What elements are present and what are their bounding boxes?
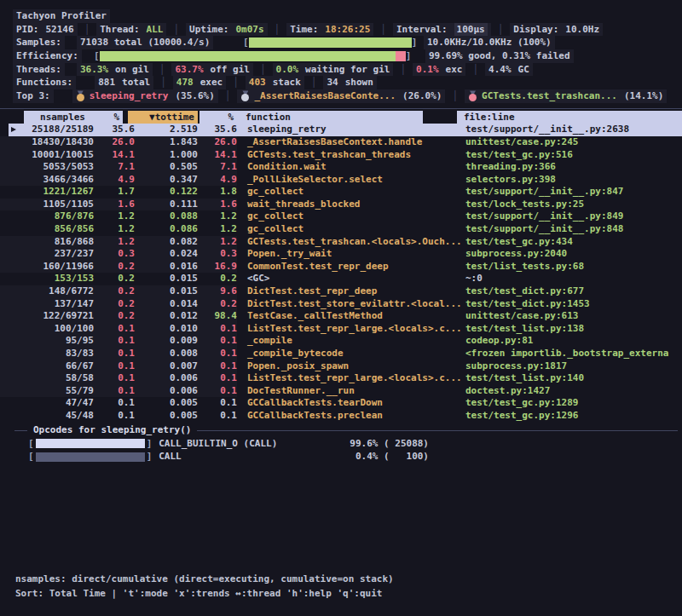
- cell-ns: 856/856: [0, 223, 94, 236]
- table-row[interactable]: 25188/2518935.62.51935.6sleeping_retryte…: [0, 124, 682, 136]
- nsamples-help-text: nsamples: direct/cumulative (direct=exec…: [15, 573, 394, 586]
- separator: │: [226, 76, 246, 89]
- cell-p1: 0.1: [94, 335, 135, 348]
- selected-row-arrow-icon: [11, 127, 16, 132]
- cell-ns: 100/100: [0, 323, 94, 336]
- cell-fn: _AssertRaisesBaseContext.handle: [237, 136, 465, 149]
- cell-tt: 0.006: [135, 385, 198, 398]
- cell-ns: 45/48: [0, 410, 94, 423]
- table-row[interactable]: 18430/1843026.01.84326.0_AssertRaisesBas…: [0, 136, 682, 149]
- table-row[interactable]: 148/67720.20.0159.6DictTest.test_repr_de…: [0, 285, 682, 298]
- efficiency-label: Efficiency:: [13, 49, 82, 63]
- cell-tt: 0.347: [135, 174, 198, 187]
- table-row[interactable]: 856/8561.20.0861.2gc_collecttest/support…: [0, 223, 682, 236]
- cell-p2: 0.1: [198, 323, 237, 336]
- divider-segment: [14, 430, 27, 431]
- column-header-file-line[interactable]: file:line: [457, 111, 682, 124]
- table-row[interactable]: 153/1530.20.0150.2<GC>~:0: [0, 273, 682, 285]
- top3-item-3[interactable]: GCTests.test_trashcan...(14.1%): [465, 89, 667, 103]
- cell-p2: 1.6: [198, 199, 237, 211]
- table-header-row: nsamples % ▼tottime % function file:line: [0, 111, 682, 124]
- cell-ns: 122/69721: [0, 310, 94, 323]
- table-row[interactable]: 55/790.10.0060.1DocTestRunner.__rundocte…: [0, 385, 682, 398]
- column-header-function[interactable]: function: [240, 111, 423, 124]
- bracket: ]: [147, 437, 153, 451]
- table-row[interactable]: 137/1470.20.0140.2DictTest.test_store_ev…: [0, 298, 682, 311]
- top3-item-2[interactable]: _AssertRaisesBaseConte...(26.0%): [237, 89, 445, 103]
- bracket: [: [28, 450, 34, 463]
- cell-p2: 0.1: [198, 397, 237, 410]
- cell-fn: gc_collect: [237, 186, 465, 199]
- table-row[interactable]: 47/470.10.0050.1GCCallbackTests.tearDown…: [0, 397, 682, 410]
- cell-p1: 0.2: [94, 310, 135, 323]
- cell-fl: test/support/__init__.py:848: [465, 223, 623, 236]
- cell-fl: test/test_list.py:140: [465, 372, 584, 385]
- cell-fl: subprocess.py:2040: [465, 248, 567, 261]
- cell-tt: 0.082: [135, 236, 198, 249]
- cell-p1: 0.2: [94, 273, 135, 285]
- cell-ns: 153/153: [0, 273, 94, 285]
- cell-tt: 0.009: [135, 335, 198, 348]
- table-row[interactable]: 66/670.10.0070.1Popen._posix_spawnsubpro…: [0, 360, 682, 373]
- cell-p2: 9.6: [198, 285, 237, 298]
- table-row[interactable]: 1221/12671.70.1221.8gc_collecttest/suppo…: [0, 186, 682, 199]
- functions-exec: 478exec: [173, 76, 226, 89]
- opcode-name: CALL_BUILTIN_O (CALL): [159, 437, 277, 451]
- cell-tt: 0.088: [135, 210, 198, 223]
- table-row[interactable]: 10001/1001514.11.00014.1GCTests.test_tra…: [0, 149, 682, 162]
- table-row[interactable]: 83/830.10.0080.1_compile_bytecode<frozen…: [0, 348, 682, 360]
- cell-tt: 0.015: [135, 273, 198, 285]
- functions-line: Functions: 881total │ 478exec │ 403stack…: [13, 76, 682, 89]
- efficiency-line: Efficiency: [ ] 99.69% good, 0.31% faile…: [13, 49, 682, 63]
- top3-item-1[interactable]: sleeping_retry(35.6%): [72, 89, 218, 103]
- cell-tt: 0.012: [135, 310, 198, 323]
- pid-chip: PID:52146: [13, 23, 78, 37]
- table-row[interactable]: 58/580.10.0060.1ListTest.test_repr_large…: [0, 372, 682, 385]
- top3-line: Top 3: sleeping_retry(35.6%) │ _AssertRa…: [13, 89, 682, 103]
- cell-fl: unittest/case.py:245: [465, 136, 578, 149]
- cell-p2: 26.0: [198, 136, 237, 149]
- table-row[interactable]: 1105/11051.60.1111.6wait_threads_blocked…: [0, 199, 682, 211]
- cell-fn: DictTest.test_repr_deep: [237, 285, 465, 298]
- cell-tt: 0.086: [135, 223, 198, 236]
- opcodes-section-title: Opcodes for sleeping_retry(): [27, 423, 197, 437]
- thread-chip[interactable]: Thread:ALL: [96, 23, 166, 37]
- bracket: ]: [147, 450, 153, 463]
- functions-shown: 34shown: [323, 76, 376, 89]
- column-header-tottime-sorted[interactable]: ▼tottime: [128, 111, 198, 124]
- table-row[interactable]: 237/2370.30.0240.3Popen._try_waitsubproc…: [0, 248, 682, 261]
- table-row[interactable]: 816/8681.20.0821.2GCTests.test_trashcan.…: [0, 236, 682, 249]
- separator: │: [166, 23, 186, 37]
- column-header-nsamples[interactable]: nsamples: [24, 111, 90, 124]
- threads-line: Threads: 36.3%on gil │ 63.7%off gil │ 0.…: [13, 63, 682, 77]
- cell-p1: 0.2: [94, 261, 135, 273]
- separator: │: [491, 23, 511, 37]
- table-row[interactable]: 5053/50537.10.5057.1Condition.waitthread…: [0, 161, 682, 174]
- cell-fn: GCCallbackTests.tearDown: [237, 397, 465, 410]
- cell-fn: ListTest.test_repr_large.<locals>.c...: [237, 323, 465, 336]
- table-row[interactable]: 3466/34664.90.3474.9_PollLikeSelector.se…: [0, 174, 682, 187]
- table-row[interactable]: 122/697210.20.01298.4TestCase._callTestM…: [0, 310, 682, 323]
- cell-fl: test/list_tests.py:68: [465, 261, 584, 273]
- table-row[interactable]: 95/950.10.0090.1_compilecodeop.py:81: [0, 335, 682, 348]
- column-header-percent-2[interactable]: %: [199, 111, 240, 124]
- cell-fn: Popen._posix_spawn: [237, 360, 465, 373]
- table-row[interactable]: 100/1000.10.0100.1ListTest.test_repr_lar…: [0, 323, 682, 336]
- off-gil-stat: 63.7%off gil: [171, 63, 252, 77]
- cell-fn: _PollLikeSelector.select: [237, 174, 465, 187]
- cell-fn: GCTests.test_trashcan.<locals>.Ouch...: [237, 236, 465, 249]
- table-row[interactable]: 876/8761.20.0881.2gc_collecttest/support…: [0, 210, 682, 223]
- column-header-percent-1[interactable]: %: [89, 111, 123, 124]
- efficiency-failed-fill: [396, 51, 406, 61]
- opcode-row: [ ] CALL_BUILTIN_O (CALL) 99.6% ( 25088): [0, 437, 682, 451]
- cell-ns: 55/79: [0, 385, 94, 398]
- separator: │: [153, 76, 173, 89]
- cell-p1: 0.1: [94, 323, 135, 336]
- top3-label: Top 3:: [13, 89, 54, 103]
- cell-p2: 0.3: [198, 248, 237, 261]
- cell-fn: GCTests.test_trashcan_threads: [237, 149, 465, 162]
- cell-fn: Popen._try_wait: [237, 248, 465, 261]
- samples-bar-fill: [249, 37, 412, 48]
- table-row[interactable]: 45/480.10.0050.1GCCallbackTests.preclean…: [0, 410, 682, 423]
- table-row[interactable]: 160/119660.20.01616.9CommonTest.test_rep…: [0, 261, 682, 273]
